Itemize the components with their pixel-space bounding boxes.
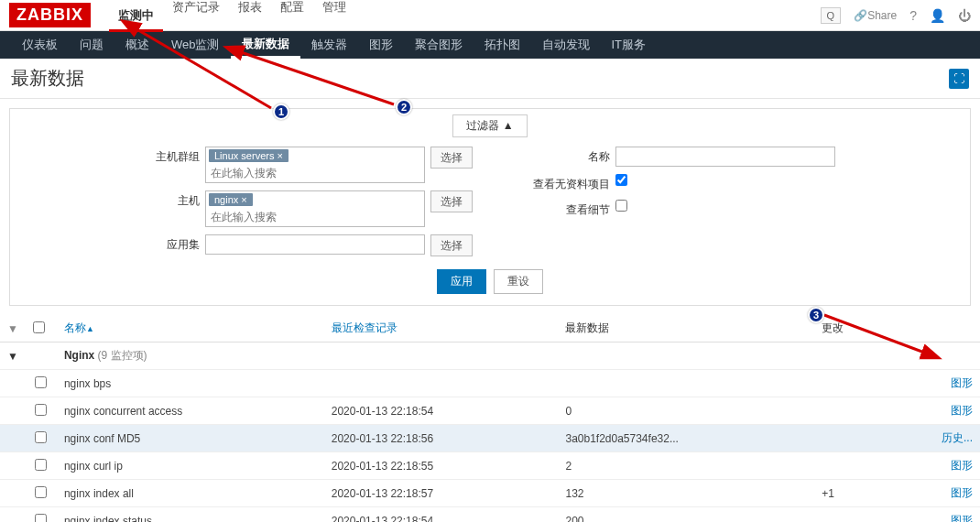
row-checkbox[interactable] (35, 514, 47, 523)
item-name: nginx index status (57, 507, 324, 523)
host-input[interactable] (206, 208, 424, 226)
item-lastdata: 2 (558, 452, 814, 480)
item-lastdata: 200 (558, 507, 814, 523)
empty-checkbox[interactable] (615, 174, 627, 186)
item-action-link[interactable]: 图形 (951, 486, 973, 499)
sub-maps[interactable]: 拓扑图 (474, 31, 531, 59)
item-action-link[interactable]: 图形 (951, 514, 973, 522)
hostgroup-multiselect[interactable]: Linux servers × (205, 147, 425, 183)
col-name[interactable]: 名称▲ (57, 315, 324, 343)
host-select-btn[interactable]: 选择 (430, 190, 473, 212)
hostgroup-label: 主机群组 (145, 147, 200, 165)
top-menu-monitoring[interactable]: 监测中 (109, 0, 163, 32)
item-action-link[interactable]: 图形 (951, 404, 973, 417)
row-checkbox[interactable] (35, 486, 47, 498)
sub-discovery[interactable]: 自动发现 (531, 31, 601, 59)
app-label: 应用集 (145, 234, 200, 253)
sub-problems[interactable]: 问题 (69, 31, 114, 59)
item-lastdata: 0 (558, 397, 814, 425)
expand-icon: ⛶ (953, 72, 964, 85)
item-change (814, 425, 887, 452)
host-label: 主机 (145, 190, 200, 209)
annotation-2: 2 (396, 99, 412, 115)
sub-itservices[interactable]: IT服务 (601, 31, 658, 59)
item-name: nginx concurrent access (57, 397, 324, 425)
host-multiselect[interactable]: nginx × (205, 190, 425, 227)
item-change: +1 (814, 480, 887, 507)
item-change (814, 452, 887, 480)
item-lastdata: 132 (558, 480, 814, 507)
sub-nav: 仪表板 问题 概述 Web监测 最新数据 触发器 图形 聚合图形 拓扑图 自动发… (0, 31, 980, 59)
item-name: nginx conf MD5 (57, 425, 324, 452)
row-checkbox[interactable] (35, 376, 47, 388)
top-menu-admin[interactable]: 管理 (313, 0, 355, 32)
item-lastcheck: 2020-01-13 22:18:54 (324, 507, 559, 523)
sub-triggers[interactable]: 触发器 (300, 31, 358, 59)
apply-button[interactable]: 应用 (437, 269, 486, 294)
group-name: Nginx (9 监控项) (57, 343, 980, 370)
annotation-3: 3 (808, 307, 824, 323)
search-button[interactable]: Q (821, 7, 842, 24)
name-input[interactable] (615, 147, 835, 167)
item-action-link[interactable]: 历史... (942, 431, 973, 444)
item-lastcheck: 2020-01-13 22:18:56 (324, 425, 559, 452)
item-lastdata (558, 370, 814, 397)
group-expand[interactable]: ▼ (0, 343, 26, 370)
share-link[interactable]: 🔗Share (854, 9, 897, 22)
top-menu-inventory[interactable]: 资产记录 (163, 0, 229, 32)
app-input[interactable] (205, 234, 425, 255)
expand-all[interactable]: ▼ (0, 315, 26, 343)
hostgroup-select-btn[interactable]: 选择 (430, 147, 473, 169)
item-name: nginx curl ip (57, 452, 324, 480)
sub-latestdata[interactable]: 最新数据 (231, 31, 300, 59)
power-icon[interactable]: ⏻ (958, 8, 971, 23)
annotation-1: 1 (273, 103, 289, 120)
help-icon[interactable]: ? (909, 8, 917, 23)
col-change: 更改 (814, 315, 887, 343)
item-change (814, 507, 887, 523)
item-lastcheck (324, 370, 559, 397)
item-lastcheck: 2020-01-13 22:18:55 (324, 452, 559, 480)
top-menu: 监测中 资产记录 报表 配置 管理 (109, 0, 355, 32)
top-menu-config[interactable]: 配置 (271, 0, 313, 32)
app-select-btn[interactable]: 选择 (430, 234, 473, 256)
item-name: nginx index all (57, 480, 324, 507)
item-change (814, 397, 887, 425)
empty-label: 查看无资料项目 (509, 174, 610, 192)
top-right: Q 🔗Share ? 👤 ⏻ (821, 7, 971, 24)
row-checkbox[interactable] (35, 431, 47, 443)
hostgroup-tag[interactable]: Linux servers × (209, 149, 289, 162)
user-icon[interactable]: 👤 (930, 8, 945, 23)
top-menu-reports[interactable]: 报表 (229, 0, 271, 32)
hostgroup-input[interactable] (206, 164, 424, 182)
sub-web[interactable]: Web监测 (160, 31, 231, 59)
select-all-checkbox[interactable] (33, 321, 45, 333)
filter-toggle[interactable]: 过滤器 ▲ (452, 114, 527, 137)
filter-panel: 过滤器 ▲ 主机群组 Linux servers × 选择 主机 nginx ×… (9, 108, 971, 306)
col-lastdata: 最新数据 (558, 315, 814, 343)
top-bar: ZABBIX 监测中 资产记录 报表 配置 管理 Q 🔗Share ? 👤 ⏻ (0, 0, 980, 31)
col-lastcheck[interactable]: 最近检查记录 (324, 315, 559, 343)
logo: ZABBIX (9, 3, 91, 27)
row-checkbox[interactable] (35, 459, 47, 471)
item-lastcheck: 2020-01-13 22:18:54 (324, 397, 559, 425)
sort-asc-icon: ▲ (86, 324, 94, 333)
row-checkbox[interactable] (35, 404, 47, 416)
sub-graphs[interactable]: 图形 (358, 31, 404, 59)
item-change (814, 370, 887, 397)
sub-dashboard[interactable]: 仪表板 (11, 31, 69, 59)
detail-checkbox[interactable] (615, 200, 627, 212)
name-label: 名称 (509, 147, 610, 165)
sub-screens[interactable]: 聚合图形 (404, 31, 474, 59)
reset-button[interactable]: 重设 (494, 269, 543, 294)
fullscreen-button[interactable]: ⛶ (949, 69, 969, 89)
detail-label: 查看细节 (509, 200, 610, 218)
page-title: 最新数据 (11, 66, 84, 91)
item-action-link[interactable]: 图形 (951, 459, 973, 472)
item-name: nginx bps (57, 370, 324, 397)
sub-overview[interactable]: 概述 (114, 31, 160, 59)
item-action-link[interactable]: 图形 (951, 376, 973, 389)
host-tag[interactable]: nginx × (209, 193, 253, 206)
data-table: ▼ 名称▲ 最近检查记录 最新数据 更改 ▼Nginx (9 监控项)nginx… (0, 315, 980, 522)
page-title-bar: 最新数据 ⛶ (0, 59, 980, 99)
